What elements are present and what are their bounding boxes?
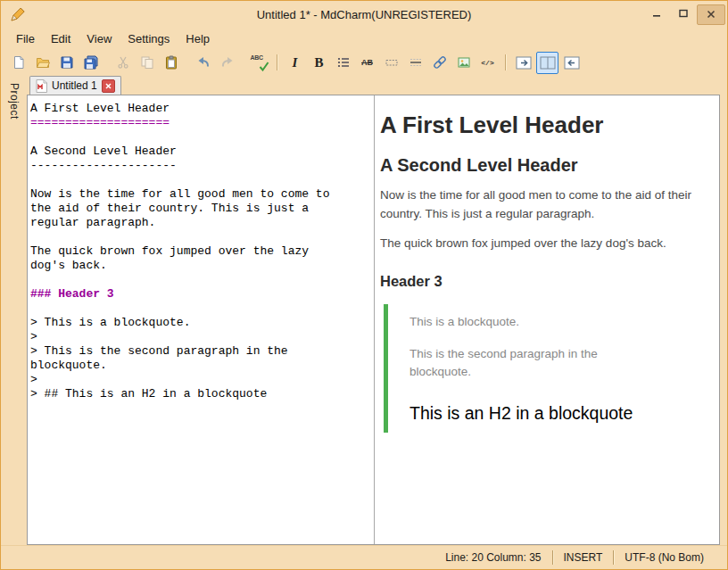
cut-scissors-icon — [116, 55, 130, 70]
open-file-button[interactable] — [31, 52, 54, 74]
line-break-icon — [385, 55, 399, 70]
tab-untitled-1[interactable]: Untitled 1 — [29, 76, 121, 95]
redo-button[interactable] — [216, 52, 238, 74]
menu-item[interactable]: File — [8, 29, 43, 48]
maximize-button[interactable] — [670, 4, 697, 23]
paste-clipboard-icon — [164, 55, 178, 70]
copy-button[interactable] — [136, 52, 158, 74]
editor-line: > — [30, 330, 370, 344]
menu-item[interactable]: Help — [178, 29, 218, 48]
markdown-source-editor[interactable]: A First Level Header ===================… — [28, 95, 374, 544]
tab-close-button[interactable] — [102, 79, 115, 93]
editor-line: blockquote. — [30, 359, 370, 373]
preview-paragraph: Now is the time for all good men to come… — [380, 186, 708, 224]
spell-check-button[interactable]: ABC — [248, 52, 270, 74]
save-all-icon — [84, 55, 98, 70]
view-editor-only-button[interactable] — [512, 52, 534, 74]
editor-line: the aid of their country. This is just a — [30, 202, 370, 216]
preview-blockquote: This is a blockquote. This is the second… — [384, 304, 708, 433]
strikethrough-icon: AB — [361, 58, 373, 67]
italic-button[interactable]: I — [284, 52, 306, 74]
project-panel-tab[interactable]: Project — [8, 83, 21, 545]
project-dock-strip: Project — [1, 76, 27, 545]
split-view-icon — [540, 56, 556, 70]
title-bar: Untitled 1* - MdCharm(UNREGISTERED) — [1, 1, 727, 28]
blockquote-h2: This is an H2 in a blockquote — [410, 403, 699, 424]
cut-button[interactable] — [112, 52, 134, 74]
new-file-icon — [12, 55, 26, 70]
preview-h1: A First Level Header — [380, 112, 708, 139]
editor-line — [30, 130, 370, 145]
image-icon — [457, 55, 471, 70]
tab-label: Untitled 1 — [52, 79, 97, 92]
strikethrough-button[interactable]: AB — [356, 52, 378, 74]
editor-line — [30, 230, 370, 244]
editor-line: A Second Level Header — [30, 145, 370, 159]
save-all-button[interactable] — [79, 52, 102, 74]
editor-line: > — [30, 373, 370, 387]
editor-line: > This is the second paragraph in the — [30, 344, 370, 359]
menu-item[interactable]: Settings — [120, 29, 178, 48]
tab-bar: Untitled 1 — [27, 76, 720, 95]
view-split-button[interactable] — [536, 52, 558, 74]
editor-line: dog's back. — [30, 259, 370, 273]
cursor-position-indicator: Line: 20 Column: 35 — [434, 550, 551, 565]
document-area: Untitled 1 A First Level Header ========… — [27, 76, 720, 545]
editor-line: A First Level Header — [30, 102, 370, 116]
save-button[interactable] — [55, 52, 78, 74]
spell-check-icon: ABC — [251, 54, 269, 70]
blockquote-paragraph: This is a blockquote. — [410, 313, 699, 331]
editor-preview-split: A First Level Header ===================… — [27, 95, 720, 545]
menu-bar: File Edit View Settings Help — [1, 28, 727, 49]
menu-item[interactable]: View — [79, 29, 120, 48]
link-button[interactable] — [428, 52, 451, 74]
blockquote-paragraph: This is the second paragraph in the bloc… — [410, 345, 699, 382]
preview-h2: A Second Level Header — [380, 155, 708, 176]
bold-button[interactable]: B — [308, 52, 330, 74]
editor-line — [30, 173, 370, 187]
view-preview-only-button[interactable] — [560, 52, 583, 74]
bold-icon: B — [314, 55, 323, 70]
app-window: Untitled 1* - MdCharm(UNREGISTERED) File… — [0, 0, 728, 570]
line-break-button[interactable] — [380, 52, 402, 74]
editor-line: The quick brown fox jumped over the lazy — [30, 244, 370, 259]
editor-only-view-icon — [516, 56, 532, 70]
italic-icon: I — [293, 55, 298, 70]
toolbar-separator — [277, 54, 277, 70]
preview-h3: Header 3 — [380, 273, 708, 290]
undo-button[interactable] — [192, 52, 214, 74]
toolbar: ABC I B AB — [1, 49, 727, 76]
new-file-button[interactable] — [7, 52, 29, 74]
copy-icon — [140, 55, 154, 70]
paste-button[interactable] — [160, 52, 182, 74]
horizontal-rule-button[interactable] — [404, 52, 426, 74]
minimize-button[interactable] — [643, 4, 670, 23]
app-logo-pencil-icon — [6, 3, 29, 26]
insert-mode-indicator: INSERT — [552, 550, 614, 565]
markdown-file-icon — [36, 79, 47, 93]
editor-line: regular paragraph. — [30, 216, 370, 230]
toolbar-separator — [505, 54, 506, 70]
redo-arrow-icon — [220, 55, 235, 70]
html-preview-pane[interactable]: A First Level Header A Second Level Head… — [375, 95, 719, 544]
code-button[interactable]: </> — [476, 52, 499, 74]
image-button[interactable] — [452, 52, 475, 74]
horizontal-rule-icon — [409, 55, 423, 70]
close-x-icon — [105, 83, 112, 89]
menu-item[interactable]: Edit — [43, 29, 79, 48]
preview-paragraph: The quick brown fox jumped over the lazy… — [380, 235, 708, 253]
editor-line: --------------------- — [30, 159, 370, 173]
list-button[interactable] — [332, 52, 354, 74]
list-icon — [336, 55, 351, 70]
undo-arrow-icon — [196, 55, 211, 70]
window-title: Untitled 1* - MdCharm(UNREGISTERED) — [1, 8, 727, 21]
editor-line — [30, 273, 370, 287]
save-icon — [60, 55, 74, 70]
code-icon: </> — [481, 59, 493, 67]
open-folder-icon — [36, 55, 50, 70]
encoding-indicator: UTF-8 (No Bom) — [613, 550, 715, 565]
close-button[interactable] — [697, 4, 725, 25]
window-controls — [643, 4, 725, 25]
status-bar: Line: 20 Column: 35 INSERT UTF-8 (No Bom… — [1, 545, 727, 569]
editor-line: ==================== — [30, 116, 370, 130]
